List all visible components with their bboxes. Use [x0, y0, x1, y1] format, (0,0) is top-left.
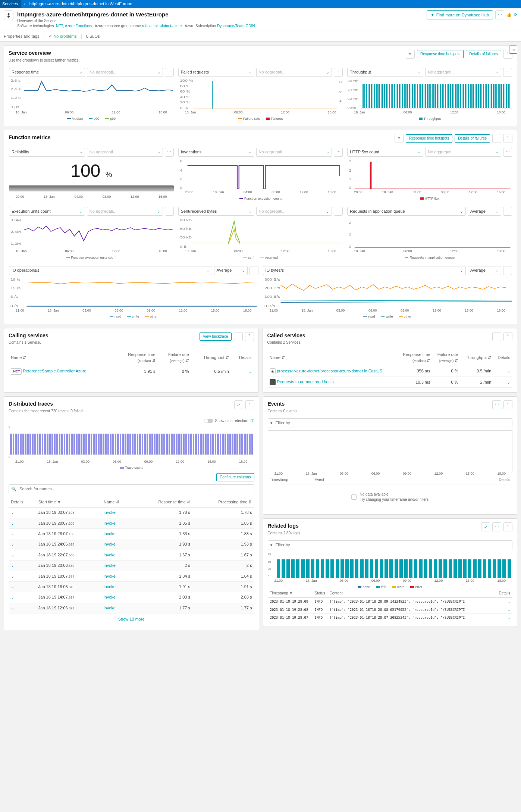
expand-row-icon[interactable]: ⌄ [508, 608, 510, 612]
trace-link[interactable]: invoke [104, 574, 116, 578]
metric-select-response-time[interactable]: Response time⌄ [9, 68, 85, 77]
collapse-icon[interactable]: ˄ [503, 400, 512, 409]
chart-menu-icon[interactable]: ⋯ [165, 207, 174, 216]
logs-filter-input[interactable] [275, 542, 510, 548]
table-row[interactable]: ⌄ Jan 18 19:26:07.158 invoke 1.83 s1.83 … [9, 529, 254, 539]
configure-columns-button[interactable]: Configure columns [216, 473, 254, 481]
collapse-sidebar-icon[interactable]: ⇥ [509, 46, 517, 54]
tech-value[interactable]: .NET, Azure Functions [55, 24, 92, 28]
expand-row-icon[interactable]: ⌄ [11, 542, 14, 546]
chart-menu-icon[interactable]: ⋯ [503, 207, 512, 216]
col-ts[interactable]: Timestamp ▼ [268, 591, 313, 596]
collapse-icon[interactable]: ˄ [245, 332, 254, 341]
agg-select-iobytes[interactable]: Average⌄ [468, 266, 501, 275]
trace-link[interactable]: invoke [104, 595, 116, 599]
table-row[interactable]: ⌄ Jan 18 19:22:07.506 invoke 1.67 s1.67 … [9, 550, 254, 560]
more-icon[interactable]: ⋯ [492, 332, 501, 341]
expand-row-icon[interactable]: ⌄ [11, 563, 14, 568]
chart-menu-icon[interactable]: ⋯ [503, 148, 512, 157]
show-more-button[interactable]: Show 10 more [9, 613, 254, 625]
agg-select-ioops[interactable]: Average⌄ [214, 266, 248, 275]
service-link[interactable]: ReferenceSample.Controller.Azure [23, 369, 87, 373]
agg-select[interactable]: No aggregati...⌄ [87, 68, 163, 77]
thumbs-up-icon[interactable]: 👍 [506, 12, 512, 18]
events-filter-input[interactable] [275, 420, 510, 426]
col-fr[interactable]: Failure rate(Average) ⇵ [432, 350, 460, 366]
rg-value[interactable]: ref-sample-dotnet-azure [142, 24, 182, 28]
metric-select-throughput[interactable]: Throughput⌄ [347, 68, 423, 77]
events-filter[interactable]: ▾ [268, 418, 513, 428]
metric-select-bytes[interactable]: Sent/received bytes⌄ [178, 207, 254, 216]
chart-menu-icon[interactable]: ⋯ [503, 266, 512, 275]
log-row[interactable]: 2023-01-18 19:28:09INFO{"time": "2023-01… [268, 598, 513, 606]
collapse-icon[interactable]: ˄ [503, 134, 512, 143]
slos-count[interactable]: 0 SLOs [86, 34, 100, 39]
table-row[interactable]: ⌄ Jan 18 19:30:07.593 invoke 1.78 s1.78 … [9, 508, 254, 518]
table-row[interactable]: ⌄ Jan 18 19:16:05.816 invoke 1.91 s1.91 … [9, 581, 254, 592]
agg-select[interactable]: No aggregati...⌄ [87, 148, 163, 157]
view-backtrace-button[interactable]: View backtrace [200, 332, 232, 341]
breadcrumb-path[interactable]: httpIngres-azure-dotnet/httpIngres-dotne… [26, 1, 135, 7]
agg-select[interactable]: No aggregati...⌄ [256, 148, 332, 157]
agg-select-queue[interactable]: Average⌄ [468, 207, 501, 216]
expand-row-icon[interactable]: ⌄ [11, 531, 14, 536]
rt-hotspots-button[interactable]: Response time hotspots [417, 50, 464, 58]
data-retention-toggle[interactable]: Show data retention ⓘ [204, 418, 254, 424]
table-row[interactable]: ◈processor-azure-dotnet/processor-azure-… [267, 366, 513, 377]
agg-select[interactable]: No aggregati...⌄ [425, 148, 501, 157]
expand-row-icon[interactable]: ⌄ [11, 521, 14, 525]
more-icon[interactable]: ⋯ [492, 134, 501, 143]
trace-link[interactable]: invoke [104, 563, 116, 568]
col-pt[interactable]: Processing time ⇵ [192, 497, 254, 508]
table-row[interactable]: Requests to unmonitored hosts 10.3 ms0 %… [267, 377, 513, 388]
expand-row-icon[interactable]: ⌄ [11, 553, 14, 557]
table-row[interactable]: .NETReferenceSample.Controller.Azure 3.9… [9, 366, 254, 377]
expand-icon[interactable]: ⤢ [481, 522, 490, 531]
metric-select-invocations[interactable]: Invocations⌄ [178, 148, 254, 157]
logs-filter[interactable]: ▾ [268, 540, 513, 550]
agg-select[interactable]: No aggregati...⌄ [256, 207, 332, 216]
metric-select-execunits[interactable]: Execution units count⌄ [9, 207, 85, 216]
sub-value[interactable]: Dynatrace-Team-ODIN [217, 24, 255, 28]
metric-select-ioops[interactable]: IO operations/s⌄ [9, 266, 212, 275]
col-name[interactable]: Name ⇵ [101, 497, 134, 508]
chart-menu-icon[interactable]: ⋯ [334, 207, 343, 216]
chart-menu-icon[interactable]: ⋯ [165, 68, 174, 77]
metric-select-queue[interactable]: Requests in application queue⌄ [347, 207, 466, 216]
find-more-button[interactable]: ★ Find more on Dynatrace Hub [427, 10, 493, 19]
expand-row-icon[interactable]: ⌄ [507, 369, 510, 373]
log-row[interactable]: 2023-01-18 19:28:08INFO{"time": "2023-01… [268, 606, 513, 614]
col-tp[interactable]: Throughput ⇵ [191, 350, 231, 366]
failures-button[interactable]: Details of failures [466, 50, 501, 58]
collapse-icon[interactable]: ˄ [503, 332, 512, 341]
metric-select-http5xx[interactable]: HTTP 5xx count⌄ [347, 148, 423, 157]
expand-row-icon[interactable]: ⌄ [11, 595, 14, 599]
col-rt[interactable]: Response time(Median) ⇵ [397, 350, 433, 366]
table-row[interactable]: ⌄ Jan 18 19:12:06.321 invoke 1.77 s1.77 … [9, 603, 254, 613]
expand-row-icon[interactable]: ⌄ [507, 380, 510, 384]
collapse-icon[interactable]: ˄ [245, 400, 254, 409]
expand-row-icon[interactable]: ⌄ [508, 600, 510, 603]
col-rt[interactable]: Response time ⇵ [134, 497, 192, 508]
table-row[interactable]: ⌄ Jan 18 19:28:07.209 invoke 1.85 s1.85 … [9, 518, 254, 528]
breadcrumb-root[interactable]: Services [0, 0, 22, 8]
more-icon[interactable]: ⋯ [492, 522, 501, 531]
trace-link[interactable]: invoke [104, 584, 116, 589]
col-start[interactable]: Start time ▼ [36, 497, 101, 508]
table-row[interactable]: ⌄ Jan 18 19:18:07.684 invoke 1.84 s1.84 … [9, 571, 254, 581]
metric-select-failed[interactable]: Failed requests⌄ [178, 68, 254, 77]
trace-link[interactable]: invoke [104, 542, 116, 546]
metric-select-reliability[interactable]: Reliability⌄ [9, 148, 85, 157]
trace-link[interactable]: invoke [104, 531, 116, 536]
col-name[interactable]: Name ⇵ [267, 350, 397, 366]
expand-row-icon[interactable]: ⌄ [11, 574, 14, 578]
service-link[interactable]: processor-azure-dotnet/processor-azure-d… [277, 369, 382, 373]
trace-link[interactable]: invoke [104, 553, 116, 557]
properties-tags[interactable]: Properties and tags [4, 34, 39, 39]
metric-select-iobytes[interactable]: IO bytes/s⌄ [263, 266, 466, 275]
trace-link[interactable]: invoke [104, 606, 116, 610]
trace-search[interactable]: 🔍 [9, 484, 254, 494]
no-problems-badge[interactable]: ✔No problems [48, 34, 76, 39]
agg-select[interactable]: No aggregati...⌄ [87, 207, 163, 216]
expand-row-icon[interactable]: ⌄ [248, 369, 252, 374]
